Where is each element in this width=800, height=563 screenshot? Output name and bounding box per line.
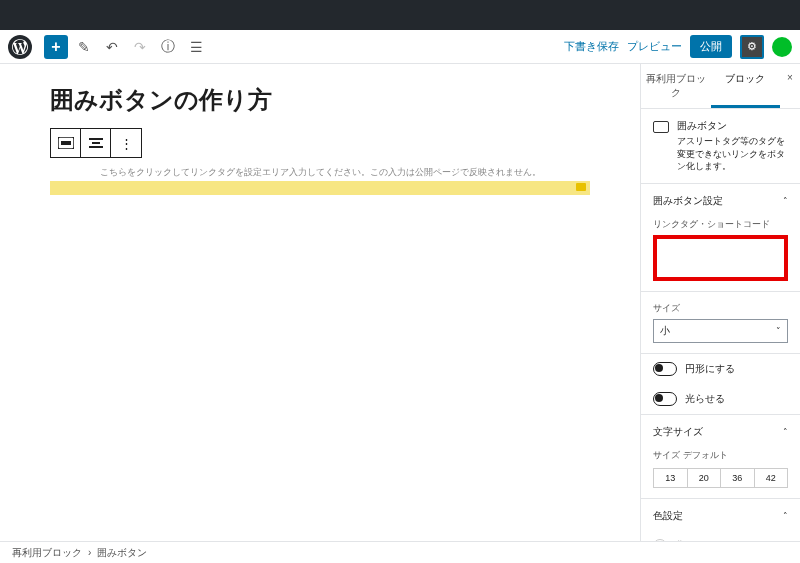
block-type-icon (653, 121, 669, 133)
tab-reusable[interactable]: 再利用ブロック (641, 64, 711, 108)
breadcrumb: 再利用ブロック › 囲みボタン (0, 541, 800, 563)
post-title[interactable]: 囲みボタンの作り方 (50, 84, 590, 116)
font-size-label: サイズ デフォルト (653, 449, 788, 462)
block-info-description: アスリートタグ等のタグを変更できないリンクをボタン化します。 (677, 135, 788, 173)
block-info-title: 囲みボタン (677, 119, 788, 133)
settings-gear-icon[interactable]: ⚙ (740, 35, 764, 59)
toggle-circle[interactable] (653, 362, 677, 376)
block-toolbar: ⋮ (50, 128, 142, 158)
color-bg-row[interactable]: 背景色 (653, 533, 788, 541)
more-options-icon[interactable]: ⋮ (111, 129, 141, 157)
section-button-settings[interactable]: 囲みボタン設定 ˄ (653, 194, 788, 208)
close-sidebar-icon[interactable]: × (780, 64, 800, 108)
redo-icon[interactable]: ↷ (128, 35, 152, 59)
section-color[interactable]: 色設定 ˄ (653, 509, 788, 523)
block-type-icon[interactable] (51, 129, 81, 157)
save-draft-link[interactable]: 下書き保存 (564, 39, 619, 54)
svg-rect-1 (61, 141, 71, 145)
toggle-circle-label: 円形にする (685, 362, 735, 376)
chevron-down-icon: ˅ (776, 326, 781, 336)
undo-icon[interactable]: ↶ (100, 35, 124, 59)
svg-rect-2 (89, 138, 103, 140)
breadcrumb-item[interactable]: 囲みボタン (97, 546, 147, 560)
section-font-size[interactable]: 文字サイズ ˄ (653, 425, 788, 439)
toggle-shine[interactable] (653, 392, 677, 406)
jetpack-icon[interactable] (772, 37, 792, 57)
preset-20[interactable]: 20 (688, 469, 722, 487)
block-info: 囲みボタン アスリートタグ等のタグを変更できないリンクをボタン化します。 (641, 109, 800, 184)
sidebar-tabs: 再利用ブロック ブロック × (641, 64, 800, 109)
wp-logo-icon[interactable] (8, 35, 32, 59)
admin-topbar (0, 0, 800, 30)
outline-icon[interactable]: ☰ (184, 35, 208, 59)
block-placeholder-text[interactable]: こちらをクリックしてリンクタグを設定エリア入力してください。この入力は公開ページ… (50, 164, 590, 181)
preset-36[interactable]: 36 (721, 469, 755, 487)
preset-42[interactable]: 42 (755, 469, 788, 487)
link-field-label: リンクタグ・ショートコード (653, 218, 788, 231)
editor-canvas[interactable]: 囲みボタンの作り方 ⋮ こちらをクリックしてリンクタグを設定エリア入力してくださ… (0, 64, 640, 541)
size-select[interactable]: 小 ˅ (653, 319, 788, 343)
toggle-shine-label: 光らせる (685, 392, 725, 406)
font-size-presets: 13 20 36 42 (653, 468, 788, 488)
svg-rect-3 (92, 142, 100, 144)
chevron-up-icon: ˄ (783, 511, 788, 521)
preview-link[interactable]: プレビュー (627, 39, 682, 54)
add-block-button[interactable]: + (44, 35, 68, 59)
block-preview-area[interactable] (50, 181, 590, 195)
link-tag-input[interactable] (653, 235, 788, 281)
editor-header: + ✎ ↶ ↷ ⓘ ☰ 下書き保存 プレビュー 公開 ⚙ (0, 30, 800, 64)
size-label: サイズ (653, 302, 788, 315)
chevron-up-icon: ˄ (783, 196, 788, 206)
tab-block[interactable]: ブロック (711, 64, 781, 108)
info-icon[interactable]: ⓘ (156, 35, 180, 59)
settings-sidebar: 再利用ブロック ブロック × 囲みボタン アスリートタグ等のタグを変更できないリ… (640, 64, 800, 541)
edit-icon[interactable]: ✎ (72, 35, 96, 59)
align-icon[interactable] (81, 129, 111, 157)
breadcrumb-separator: › (88, 547, 91, 558)
preset-13[interactable]: 13 (654, 469, 688, 487)
svg-rect-4 (89, 146, 103, 148)
publish-button[interactable]: 公開 (690, 35, 732, 58)
chevron-up-icon: ˄ (783, 427, 788, 437)
breadcrumb-item[interactable]: 再利用ブロック (12, 546, 82, 560)
